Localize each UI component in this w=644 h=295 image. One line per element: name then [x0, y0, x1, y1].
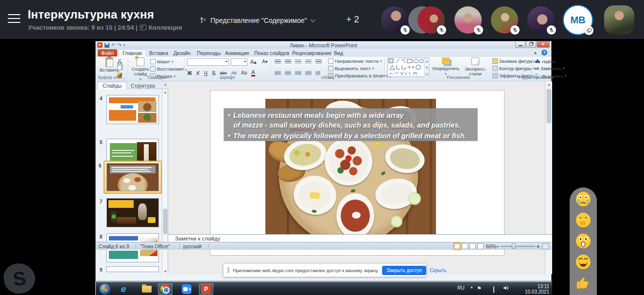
grow-font-button[interactable]: A▴: [250, 59, 257, 65]
notes-pane[interactable]: Заметки к слайду: [168, 234, 552, 242]
participant-avatar[interactable]: [527, 6, 555, 34]
zoom-app-icon[interactable]: [179, 283, 194, 295]
shape-outline-button[interactable]: Контур фигуры▾: [492, 66, 535, 71]
tab-animations[interactable]: Анимация: [221, 49, 253, 56]
zoom-slider-thumb[interactable]: [512, 243, 515, 249]
laughing-face-reaction[interactable]: [575, 254, 592, 270]
cut-button[interactable]: [117, 58, 122, 64]
tray-expand-icon[interactable]: ▲: [470, 285, 473, 289]
scroll-up-icon[interactable]: ▲: [162, 89, 168, 95]
language-indicator[interactable]: русский: [183, 243, 202, 249]
gallery-label[interactable]: Коллекция: [149, 24, 182, 31]
volume-icon[interactable]: [503, 285, 509, 292]
participant-avatar[interactable]: [418, 6, 445, 34]
surprised-face-reaction[interactable]: [575, 233, 592, 249]
bullets-icon[interactable]: [275, 59, 281, 64]
paste-button[interactable]: Вставить: [100, 57, 119, 73]
scissors-icon: [117, 58, 122, 64]
powerpoint-taskbar-icon[interactable]: P: [199, 283, 213, 295]
participant-avatar[interactable]: [381, 6, 408, 34]
panel-close-icon[interactable]: ×: [164, 82, 167, 88]
slide-thumbnail-9[interactable]: [106, 266, 159, 272]
overflow-participants[interactable]: + 2: [346, 14, 359, 25]
normal-view-button[interactable]: [454, 243, 460, 249]
tab-review[interactable]: Рецензирование: [288, 49, 335, 56]
align-text-button[interactable]: Выровнять текст▾: [328, 66, 374, 71]
replace-button[interactable]: ab Заменить▾: [535, 66, 565, 71]
tab-slides-thumbnails[interactable]: Слайды: [97, 82, 127, 89]
presentation-view-icon: [199, 17, 207, 24]
quick-styles-button[interactable]: Экспресс-стили: [460, 57, 490, 76]
tab-insert[interactable]: Вставка: [145, 49, 172, 56]
arrange-button[interactable]: Упорядочить ▾: [432, 57, 459, 76]
stop-sharing-button[interactable]: Закрыть доступ: [382, 266, 426, 275]
find-button[interactable]: Найти: [535, 58, 555, 64]
slide-text-box[interactable]: • Lebanese restaurant meals begin with a…: [224, 109, 477, 141]
participant-avatar[interactable]: [491, 6, 518, 34]
slide-thumbnail-7[interactable]: [106, 198, 159, 227]
shape-fill-button[interactable]: Заливка фигуры▾: [492, 58, 538, 64]
copy-button[interactable]: [117, 65, 122, 70]
action-center-flag-icon[interactable]: ⚑: [477, 285, 482, 292]
zoom-in-button[interactable]: +: [537, 243, 540, 249]
scroll-down-icon[interactable]: ▼: [162, 268, 168, 274]
display-icon[interactable]: [493, 287, 494, 293]
shapes-gallery[interactable]: ▲▼☰: [387, 57, 429, 77]
reset-button[interactable]: Восстановить: [150, 66, 187, 72]
current-slide[interactable]: • Lebanese restaurant meals begin with a…: [210, 91, 504, 255]
theme-name[interactable]: "Тема Office": [139, 243, 170, 249]
indent-increase-icon[interactable]: [305, 59, 312, 64]
tab-design[interactable]: Дизайн: [170, 49, 194, 56]
participant-avatar[interactable]: [454, 6, 482, 34]
tab-outline[interactable]: Структура: [126, 82, 160, 89]
minimize-button[interactable]: [515, 41, 525, 48]
tab-transitions[interactable]: Переходы: [193, 49, 225, 56]
drag-handle-icon[interactable]: [227, 267, 229, 273]
close-button[interactable]: ×: [537, 41, 550, 48]
slideshow-view-button[interactable]: [477, 243, 484, 249]
help-icon[interactable]: ?: [541, 50, 547, 55]
slide-counter: Слайд 6 из 9: [99, 243, 129, 249]
ppt-titlebar[interactable]: P ↶ ↷ ▾ Ливан - Microsoft PowerPoint ×: [96, 41, 551, 49]
font-size-select[interactable]: [231, 58, 247, 66]
view-mode-dropdown[interactable]: Представление "Содержимое": [199, 15, 314, 26]
collapse-ribbon-icon[interactable]: ▲: [533, 50, 538, 55]
layout-button[interactable]: Макет▾: [150, 59, 173, 64]
keyboard-language[interactable]: RU: [457, 285, 464, 291]
line-spacing-icon[interactable]: [315, 59, 322, 64]
slide-sorter-view-button[interactable]: [462, 243, 468, 249]
tab-home[interactable]: Главная: [118, 49, 146, 56]
menu-icon[interactable]: [8, 14, 20, 24]
restore-button[interactable]: [526, 41, 536, 48]
text-direction-button[interactable]: Направление текста▾: [328, 58, 382, 64]
presenter-avatar[interactable]: [604, 5, 634, 35]
numbering-icon[interactable]: [285, 59, 291, 64]
start-button[interactable]: [98, 283, 112, 295]
internet-explorer-icon[interactable]: e: [116, 283, 131, 295]
window-title: Ливан - Microsoft PowerPoint: [96, 42, 551, 48]
indent-decrease-icon[interactable]: [295, 59, 301, 64]
tab-view[interactable]: Вид: [330, 49, 347, 56]
scrollbar-thumb[interactable]: [163, 209, 167, 234]
scroll-up-icon[interactable]: ▲: [545, 81, 553, 87]
tab-slideshow[interactable]: Показ слайдов: [250, 49, 293, 56]
fit-to-window-button[interactable]: [542, 243, 549, 249]
zoom-percent[interactable]: 69%: [486, 243, 496, 249]
file-explorer-icon[interactable]: [139, 283, 154, 295]
font-name-select[interactable]: [187, 58, 229, 66]
zoom-slider-track[interactable]: [501, 246, 535, 247]
shrink-font-button[interactable]: A▾: [262, 59, 268, 64]
slide-thumbnail-6-selected[interactable]: [104, 161, 162, 194]
thumbs-up-reaction[interactable]: [575, 275, 592, 291]
participant-avatar-initials[interactable]: MB: [563, 5, 593, 35]
tab-file[interactable]: Файл: [98, 49, 117, 56]
crying-face-reaction[interactable]: [575, 191, 592, 207]
hand-over-mouth-face-reaction[interactable]: [575, 212, 592, 228]
scrollbar-thumb[interactable]: [547, 89, 551, 123]
system-clock[interactable]: 13:11 10.03.2021: [525, 284, 549, 295]
zoom-out-button[interactable]: −: [496, 243, 499, 249]
chrome-icon[interactable]: [158, 283, 173, 295]
hide-toast-link[interactable]: Скрыть: [430, 268, 446, 273]
slide-thumbnail-4[interactable]: [106, 95, 159, 124]
reading-view-button[interactable]: [470, 243, 476, 249]
